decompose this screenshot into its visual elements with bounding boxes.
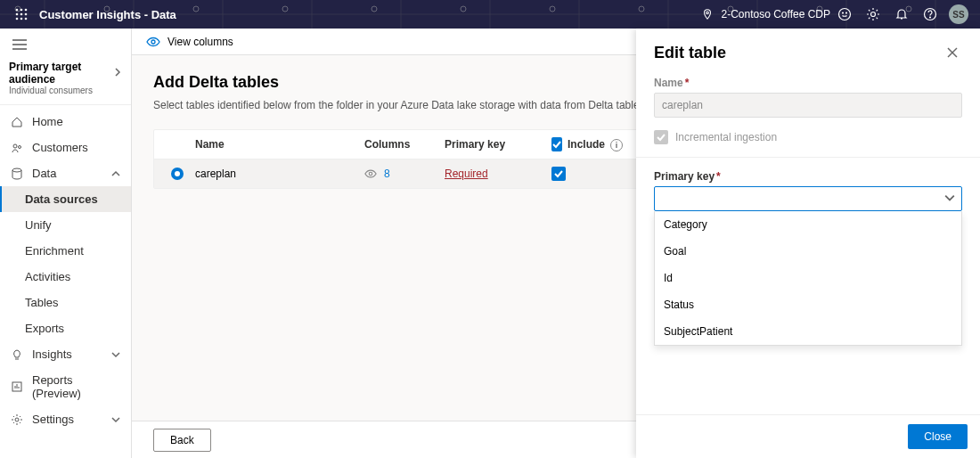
audience-subtitle: Individual consumers	[9, 86, 122, 95]
svg-point-25	[369, 172, 372, 176]
reports-icon	[11, 380, 23, 393]
svg-point-12	[846, 12, 847, 13]
incremental-ingestion-label: Incremental ingestion	[675, 131, 777, 143]
svg-point-8	[25, 18, 28, 20]
row-name: careplan	[195, 168, 364, 180]
audience-selector[interactable]: Primary target audience Individual consu…	[0, 61, 131, 105]
primary-key-dropdown: Category Goal Id Status SubjectPatient	[654, 211, 962, 346]
primary-key-input[interactable]	[654, 186, 962, 211]
nav-insights[interactable]: Insights	[0, 341, 131, 367]
sidebar: Primary target audience Individual consu…	[0, 29, 132, 458]
panel-title: Edit table	[654, 44, 943, 62]
smile-feedback-icon[interactable]	[830, 7, 859, 21]
customers-icon	[11, 142, 23, 154]
incremental-ingestion-row: Incremental ingestion	[654, 130, 962, 144]
include-all-checkbox[interactable]	[551, 137, 562, 151]
col-columns: Columns	[364, 138, 445, 151]
nav-list: Home Customers Data Data sources Unify E…	[0, 105, 131, 432]
nav-data[interactable]: Data	[0, 160, 131, 186]
svg-point-0	[16, 9, 19, 12]
nav-tables[interactable]: Tables	[0, 290, 131, 315]
nav-unify[interactable]: Unify	[0, 212, 131, 238]
user-avatar[interactable]: SS	[944, 4, 973, 24]
dropdown-option[interactable]: Goal	[655, 238, 961, 265]
svg-point-6	[16, 18, 19, 20]
nav-settings[interactable]: Settings	[0, 406, 131, 432]
svg-point-1	[20, 9, 23, 12]
svg-point-15	[930, 17, 931, 18]
close-panel-icon[interactable]	[943, 43, 962, 62]
notifications-bell-icon[interactable]	[887, 7, 916, 21]
hamburger-icon[interactable]	[0, 29, 131, 61]
svg-point-7	[20, 18, 23, 20]
svg-point-23	[15, 418, 19, 421]
chevron-down-icon	[111, 350, 120, 359]
view-columns-button[interactable]: View columns	[167, 36, 233, 48]
nav-activities[interactable]: Activities	[0, 264, 131, 290]
svg-point-19	[13, 144, 17, 148]
primary-key-combobox[interactable]: Category Goal Id Status SubjectPatient	[654, 186, 962, 211]
dropdown-option[interactable]: Category	[655, 211, 961, 238]
row-include-checkbox[interactable]	[551, 167, 566, 181]
svg-point-21	[12, 168, 21, 172]
nav-data-sources[interactable]: Data sources	[0, 186, 131, 212]
incremental-ingestion-checkbox	[654, 130, 668, 144]
svg-point-11	[843, 12, 844, 13]
svg-point-13	[871, 12, 876, 17]
environment-name: 2-Contoso Coffee CDP	[721, 8, 830, 20]
include-info-icon[interactable]: i	[610, 139, 623, 151]
row-column-count[interactable]: 8	[384, 168, 390, 180]
col-primary-key: Primary key	[445, 138, 551, 151]
chevron-down-icon	[111, 415, 120, 424]
svg-point-10	[839, 9, 851, 20]
dropdown-option[interactable]: Status	[655, 291, 961, 318]
nav-reports[interactable]: Reports (Preview)	[0, 367, 131, 406]
dropdown-option[interactable]: SubjectPatient	[655, 318, 961, 345]
svg-point-4	[20, 13, 23, 16]
row-select-radio[interactable]	[171, 168, 184, 180]
svg-point-24	[151, 40, 155, 44]
svg-point-2	[25, 9, 28, 12]
name-field-input	[654, 93, 962, 118]
svg-point-5	[25, 13, 28, 16]
lightbulb-icon	[11, 348, 23, 361]
home-icon	[11, 116, 23, 128]
help-icon[interactable]	[916, 7, 944, 21]
app-title: Customer Insights - Data	[39, 8, 176, 21]
edit-table-panel: Edit table Name* Incremental ingestion P…	[636, 29, 980, 458]
primary-key-label: Primary key*	[654, 170, 962, 183]
nav-exports[interactable]: Exports	[0, 315, 131, 341]
gear-icon	[11, 413, 23, 426]
chevron-up-icon	[111, 169, 120, 178]
nav-enrichment[interactable]: Enrichment	[0, 238, 131, 264]
close-button[interactable]: Close	[908, 424, 968, 449]
database-icon	[11, 168, 23, 180]
top-bar: Customer Insights - Data 2-Contoso Coffe…	[0, 0, 980, 29]
col-name: Name	[195, 138, 364, 151]
chevron-right-icon	[113, 68, 122, 77]
view-columns-icon	[146, 35, 160, 49]
nav-customers[interactable]: Customers	[0, 135, 131, 160]
settings-gear-icon[interactable]	[859, 7, 887, 21]
nav-home[interactable]: Home	[0, 109, 131, 135]
environment-picker[interactable]: 2-Contoso Coffee CDP	[701, 8, 830, 20]
audience-title: Primary target audience	[9, 61, 122, 86]
dropdown-option[interactable]: Id	[655, 265, 961, 291]
svg-point-20	[19, 145, 21, 148]
svg-point-9	[706, 12, 709, 14]
app-launcher-icon[interactable]	[7, 8, 36, 20]
svg-point-3	[16, 13, 19, 16]
name-field-label: Name*	[654, 77, 962, 89]
view-row-columns-icon[interactable]	[364, 168, 377, 180]
back-button[interactable]: Back	[153, 429, 211, 452]
row-primary-key-link[interactable]: Required	[445, 168, 488, 180]
col-include: Include	[568, 138, 605, 151]
